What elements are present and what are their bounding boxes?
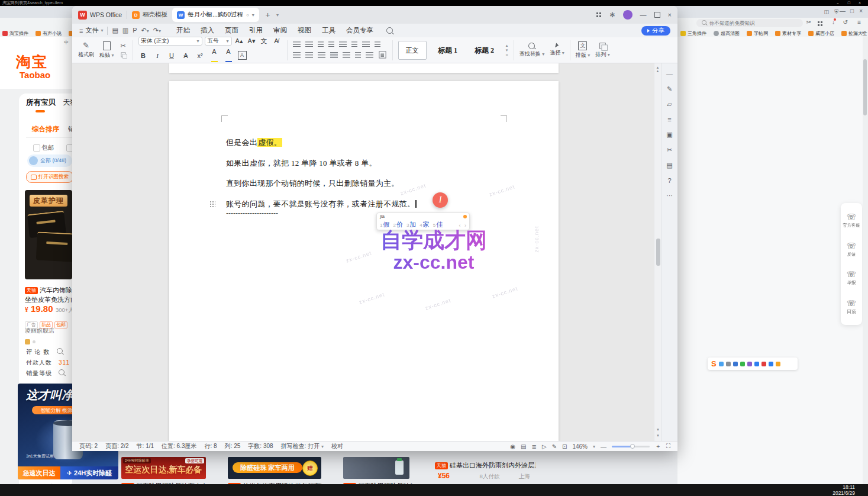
help-icon[interactable]: ? (667, 177, 671, 184)
doc-scrollbar-thumb[interactable] (656, 239, 660, 266)
cut-icon[interactable]: ✂ (120, 41, 125, 50)
edit-pen-icon[interactable]: ✎ (552, 443, 557, 450)
dock-icon[interactable] (747, 362, 752, 366)
product-title-line2[interactable]: 坐垫皮革免洗方向盘 (25, 294, 72, 304)
settings-sliders-icon[interactable]: ≡ (667, 116, 671, 123)
download-icon[interactable]: ↓ (832, 19, 835, 25)
browser-menu-icon[interactable]: ≡ (857, 19, 861, 25)
print-icon[interactable]: ▥ (122, 27, 128, 34)
zoom-level[interactable]: 146% (572, 443, 588, 450)
ribbon-tab[interactable]: 插入 (195, 24, 220, 37)
docer-tab[interactable]: D 稻壳模板 (132, 11, 167, 19)
numbered-list-icon[interactable] (305, 41, 313, 47)
reader-mode-icon[interactable]: ◫ (824, 9, 829, 15)
bookmark-item[interactable]: 淘宝插件 (2, 30, 28, 37)
align-justify-icon[interactable] (330, 52, 338, 58)
dock-icon[interactable] (740, 362, 745, 366)
select-button[interactable]: 选择 ▾ (550, 43, 564, 57)
side-panel-item[interactable]: ☏ 举报 (847, 270, 856, 286)
more-icon[interactable]: ··· (666, 192, 673, 199)
cut-icon[interactable]: ✂ (806, 19, 811, 25)
lookup-icon[interactable] (57, 348, 63, 354)
dock-icon[interactable] (776, 362, 780, 366)
ribbon-tab[interactable]: 审阅 (268, 24, 292, 37)
annotate-pen-icon[interactable]: ✎ (667, 85, 672, 93)
status-spellcheck[interactable]: 拼写检查: 打开 ▾ (281, 442, 324, 450)
style-heading2[interactable]: 标题 2 (469, 41, 500, 59)
paragraph-drag-handle[interactable] (209, 201, 215, 207)
extensions-grid-icon[interactable] (817, 21, 823, 27)
doc-scrollbar[interactable]: ▲ ▲ ▼ ▼ (654, 63, 661, 441)
find-replace-button[interactable]: 查找替换 ▾ (519, 43, 545, 58)
paste-button[interactable]: 粘贴 ▾ (99, 41, 114, 59)
font-size-combo[interactable]: 五号▾ (205, 37, 232, 46)
format-painter-button[interactable]: ✎ 格式刷 (78, 41, 94, 59)
ribbon-tab[interactable]: 会员专享 (341, 24, 379, 37)
fullscreen-icon[interactable]: ⛶ (666, 443, 670, 450)
font-name-combo[interactable]: 宋体 (正文)▾ (138, 37, 202, 46)
tab-all-items[interactable]: 所有宝贝 (26, 98, 56, 108)
redo-icon[interactable]: ↷▾ (153, 27, 161, 34)
apps-grid-icon[interactable] (596, 12, 602, 18)
bookmark-item[interactable]: 三角插件 (680, 30, 706, 37)
align-right-icon[interactable] (318, 52, 325, 58)
prev-page-icon[interactable]: ▲ (654, 69, 661, 73)
bookmark-item[interactable]: 字帖网 (747, 30, 768, 37)
document-tab-active[interactable]: W 每月小橱...购50过程 ○ ▾ (172, 8, 259, 22)
styles-up-icon[interactable]: ▴ (506, 43, 508, 48)
clear-format-icon[interactable]: A̸ (272, 37, 282, 45)
read-aloud-icon[interactable]: ▷ (542, 443, 547, 450)
shading-icon[interactable] (366, 52, 373, 58)
strikethrough-button[interactable]: A (181, 51, 191, 60)
italic-button[interactable]: I (153, 51, 163, 60)
bookmarks-overflow-icon[interactable]: » (861, 30, 864, 36)
ribbon-tab[interactable]: 页面 (220, 24, 244, 37)
increase-indent-icon[interactable] (328, 41, 334, 47)
ribbon-tab[interactable]: 视图 (292, 24, 317, 37)
product-banner-air-delivery[interactable]: 24H实时除醛率 孕婴可用 空运次日达,新车必备 (121, 457, 206, 479)
user-avatar[interactable] (623, 10, 633, 20)
eye-protect-icon[interactable]: ◉ (510, 443, 515, 450)
side-panel-item[interactable]: ☏ 官方客服 (842, 213, 861, 228)
bookmark-item[interactable]: 素材专享 (775, 30, 801, 37)
select-tool-icon[interactable]: ▱ (667, 101, 672, 108)
new-tab-button[interactable]: ＋ (264, 9, 272, 20)
sort-composite[interactable]: 综合排序 (32, 125, 59, 134)
share-button[interactable]: 分享 (641, 26, 670, 36)
highlighted-text[interactable]: 虚假。 (257, 138, 282, 147)
bold-button[interactable]: B (138, 51, 149, 60)
lookup-icon[interactable] (59, 369, 64, 375)
lang-switch[interactable]: 中 (64, 39, 69, 46)
distribute-icon[interactable] (343, 52, 350, 58)
file-menu[interactable]: ≡ 文件 ▾ (79, 26, 103, 35)
shrink-font-icon[interactable]: A▾ (247, 37, 257, 45)
product-image[interactable]: 皮革护理 (25, 190, 72, 279)
paragraph-4[interactable]: 账号的问题，要不就是账号没有养，或者注册不规范。 (226, 199, 417, 210)
dashed-divider[interactable]: ---------------------- (226, 209, 278, 217)
show-marks-icon[interactable] (375, 41, 380, 47)
zoom-out-button[interactable]: — (601, 443, 606, 450)
fit-page-icon[interactable]: ⊡ (562, 443, 567, 450)
underline-button[interactable]: U (167, 51, 177, 60)
copy-icon[interactable] (121, 53, 125, 57)
ribbon-tab[interactable]: 工具 (317, 24, 341, 37)
free-shipping-checkbox[interactable] (33, 144, 40, 152)
style-body[interactable]: 正文 (398, 41, 427, 60)
ribbon-search-icon[interactable] (386, 27, 393, 34)
export-pdf-icon[interactable]: P (133, 27, 137, 34)
arrange-button[interactable]: 排列 ▾ (595, 42, 610, 59)
status-wordcount[interactable]: 字数: 308 (248, 442, 273, 450)
browser-maximize-button[interactable]: □ (850, 8, 854, 14)
product-title[interactable]: 天猫硅基出口海外防雨剂内外涂层用… (435, 459, 535, 470)
paragraph-1[interactable]: 但是会出虚假。 (226, 137, 282, 148)
side-panel-item[interactable]: ☏ 回顶 (847, 299, 856, 315)
read-mode-icon[interactable]: ▤ (666, 162, 672, 169)
paragraph-layout-icon[interactable] (351, 41, 357, 47)
dock-icon[interactable] (754, 362, 759, 366)
taobao-logo[interactable]: 淘宝 (16, 52, 48, 72)
undo-icon[interactable]: ↶▾ (141, 27, 149, 34)
text-tool-icon[interactable]: 文 (259, 37, 269, 45)
search-input[interactable]: 你不知道的免费知识 (696, 19, 803, 27)
sort-sales[interactable]: 销量 (68, 125, 72, 134)
tab-tmall[interactable]: 天猫 (63, 98, 72, 108)
